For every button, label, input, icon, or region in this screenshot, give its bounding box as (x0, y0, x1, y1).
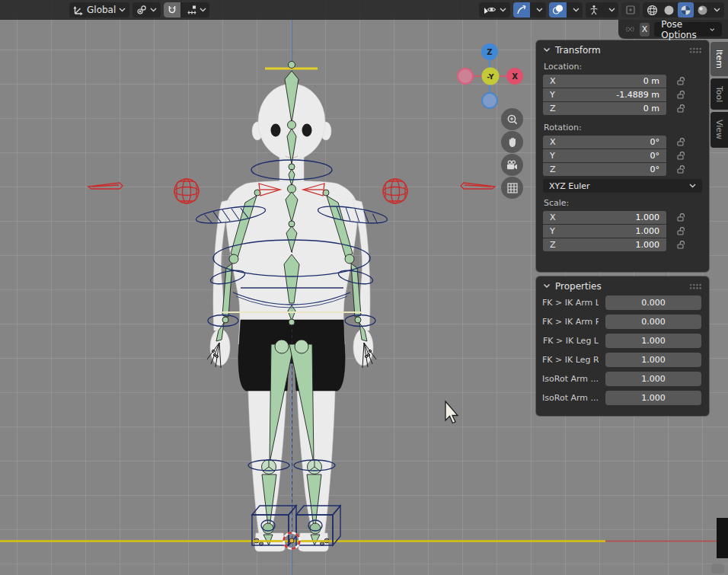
compositor-icon[interactable] (621, 2, 640, 18)
location-z-field[interactable]: Z 0 m (543, 102, 666, 115)
viewport-nav-buttons (501, 108, 523, 199)
rotation-y-row: Y 0° (543, 149, 703, 162)
chevron-down-icon (150, 8, 157, 12)
wireframe-sphere-icon (647, 5, 658, 16)
tab-tool[interactable]: Tool (710, 78, 728, 110)
location-x-field[interactable]: X 0 m (543, 75, 666, 88)
eye-left (271, 124, 281, 137)
prop-label: FK > IK Leg L (542, 336, 599, 346)
snap-increment-icon (187, 5, 197, 15)
header-left-group: Global (69, 2, 209, 18)
chevron-down-icon (200, 8, 206, 12)
unlock-icon[interactable] (676, 151, 686, 161)
navigation-gizmo[interactable]: Z X -Y (454, 43, 530, 116)
hand-target-left (174, 179, 199, 203)
unlock-icon[interactable] (676, 137, 686, 147)
header-right-group (479, 2, 724, 18)
rendered-sphere-icon (697, 5, 708, 16)
panel-drag-grip[interactable] (689, 283, 702, 289)
prop-label: FK > IK Arm R (542, 317, 599, 327)
pan-button[interactable] (501, 131, 523, 153)
gizmo-neg-x-ball[interactable] (458, 69, 473, 84)
prop-value-field[interactable]: 0.000 (605, 295, 701, 310)
scale-x-field[interactable]: X 1.000 (543, 211, 666, 224)
snap-settings-dropdown[interactable] (184, 2, 209, 18)
chevron-down-icon (710, 27, 715, 32)
unlock-icon[interactable] (676, 104, 686, 113)
gizmo-x-label: X (512, 72, 518, 81)
snap-magnet-toggle[interactable] (164, 2, 180, 18)
transform-orientation-dropdown[interactable]: Global (69, 2, 129, 18)
chevron-down-icon (119, 8, 126, 12)
tab-view[interactable]: View (710, 112, 728, 147)
properties-panel: Properties FK > IK Arm L 0.000 FK > IK A… (536, 276, 709, 416)
properties-panel-header[interactable]: Properties (536, 276, 709, 295)
scale-y-field[interactable]: Y 1.000 (543, 225, 666, 238)
camera-view-button[interactable] (501, 154, 523, 176)
unlock-icon[interactable] (676, 226, 686, 236)
panel-drag-grip[interactable] (689, 47, 702, 53)
prop-value-field[interactable]: 1.000 (605, 353, 701, 367)
scale-y-row: Y 1.000 (543, 225, 703, 238)
viewport-header: Global (0, 0, 728, 20)
gizmo-group (513, 2, 546, 18)
chevron-down-icon[interactable] (714, 8, 720, 12)
corner-resize-widget[interactable] (711, 564, 724, 573)
custom-prop-row: IsoRot Arm ... 1.000 (542, 372, 701, 386)
chevron-down-icon (500, 8, 506, 12)
magnet-icon (167, 5, 177, 15)
zoom-button[interactable] (501, 108, 523, 130)
hand-icon (506, 136, 519, 149)
shading-rendered-button[interactable] (694, 2, 710, 18)
orthographic-toggle-button[interactable] (501, 177, 523, 199)
scale-label: Scale: (544, 198, 709, 208)
xray-toggle[interactable] (586, 2, 602, 18)
tab-item[interactable]: Item (710, 42, 728, 76)
mirror-butterfly-icon[interactable] (625, 24, 635, 35)
shading-solid-button[interactable] (661, 2, 677, 18)
pose-options-label: Pose Options (661, 19, 704, 40)
unlock-icon[interactable] (676, 212, 686, 222)
editor-edge-strip (717, 518, 728, 558)
shading-material-button[interactable] (678, 2, 694, 18)
pivot-point-dropdown[interactable] (133, 2, 161, 18)
prop-value-field[interactable]: 1.000 (605, 334, 701, 348)
pivot-point-icon (136, 5, 147, 15)
overlays-dropdown[interactable] (570, 2, 583, 18)
rotation-mode-value: XYZ Euler (549, 181, 590, 191)
mirror-x-toggle[interactable]: X (640, 23, 650, 37)
panel-collapse-chevron-icon (543, 283, 551, 289)
unlock-icon[interactable] (676, 90, 686, 100)
shading-wireframe-button[interactable] (644, 2, 660, 18)
rotation-mode-dropdown[interactable]: XYZ Euler (543, 179, 702, 193)
scale-z-row: Z 1.000 (543, 238, 703, 251)
overlays-group (549, 2, 583, 18)
object-visibility-dropdown[interactable] (479, 2, 510, 18)
prop-value-field[interactable]: 1.000 (605, 391, 701, 405)
transform-panel-header[interactable]: Transform (536, 40, 709, 59)
unlock-icon[interactable] (676, 76, 686, 86)
rotation-z-field[interactable]: Z 0° (543, 163, 666, 176)
prop-value-field[interactable]: 1.000 (605, 372, 701, 386)
material-sphere-icon (680, 5, 691, 16)
show-overlays-toggle[interactable] (549, 2, 567, 18)
location-x-row: X 0 m (543, 75, 703, 88)
location-z-row: Z 0 m (543, 102, 703, 115)
xray-dropdown[interactable] (605, 2, 618, 18)
prop-value-field[interactable]: 0.000 (605, 315, 701, 329)
prop-label: IsoRot Arm ... (542, 393, 599, 403)
unlock-icon[interactable] (676, 165, 686, 174)
unlock-icon[interactable] (676, 240, 686, 250)
location-y-field[interactable]: Y -1.4889 m (543, 88, 666, 101)
chevron-down-icon (573, 8, 580, 12)
scale-z-field[interactable]: Z 1.000 (543, 238, 666, 251)
custom-prop-row: IsoRot Arm ... 1.000 (542, 391, 701, 405)
pose-options-dropdown[interactable]: Pose Options (654, 22, 722, 37)
rotation-x-field[interactable]: X 0° (543, 136, 666, 149)
custom-prop-row: FK > IK Arm R 0.000 (542, 315, 701, 329)
transform-panel-title: Transform (555, 45, 601, 56)
show-gizmos-toggle[interactable] (513, 2, 530, 18)
gizmo-neg-z-ball[interactable] (482, 93, 497, 108)
gizmo-dropdown[interactable] (533, 2, 546, 18)
rotation-y-field[interactable]: Y 0° (543, 149, 666, 162)
